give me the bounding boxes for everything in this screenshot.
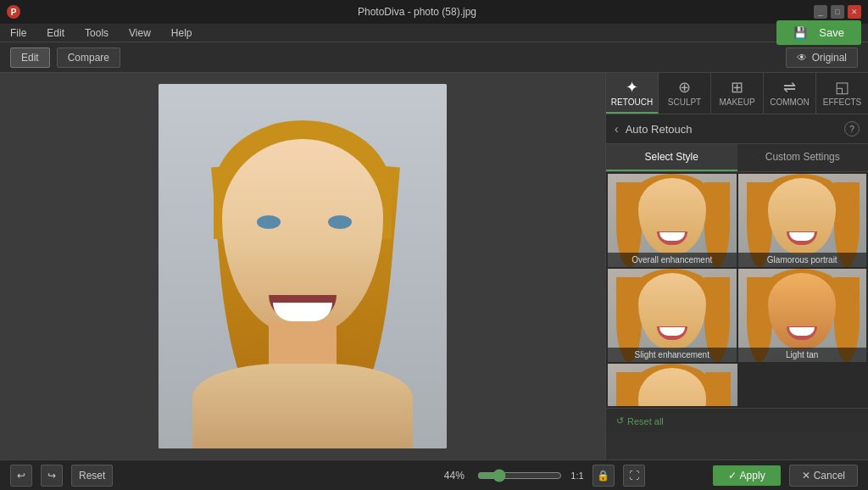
window-controls: _ □ ✕ xyxy=(814,5,861,19)
list-item[interactable]: Light tan xyxy=(738,269,867,362)
reset-all-row: ↺ Reset all xyxy=(606,408,868,433)
undo-button[interactable]: ↩ xyxy=(10,465,32,487)
list-item[interactable] xyxy=(608,364,866,406)
select-style-tab[interactable]: Select Style xyxy=(606,144,737,171)
menubar: File Edit Tools View Help 💾 Save xyxy=(0,24,868,42)
reset-all-button[interactable]: ↺ Reset all xyxy=(616,415,858,426)
reset-all-icon: ↺ xyxy=(616,415,624,426)
sculpt-icon: ⊕ xyxy=(678,80,691,95)
save-label: Save xyxy=(815,25,848,41)
style-tabs: Select Style Custom Settings xyxy=(606,144,868,172)
list-item[interactable]: Glamorous portrait xyxy=(738,174,867,267)
canvas-area xyxy=(0,73,605,459)
tab-common-label: COMMON xyxy=(770,97,810,107)
style-label-4: Light tan xyxy=(738,348,867,362)
cancel-button[interactable]: ✕ Cancel xyxy=(789,465,858,487)
zoom-ratio: 1:1 xyxy=(570,471,583,481)
panel-content[interactable]: Overall enhancement Glamorous portrait xyxy=(606,172,868,459)
tab-makeup[interactable]: ⊞ MAKEUP xyxy=(711,73,764,114)
check-icon: ✓ xyxy=(728,470,737,482)
menu-view[interactable]: View xyxy=(125,25,154,41)
apply-button[interactable]: ✓ Apply xyxy=(713,465,781,486)
minimize-button[interactable]: _ xyxy=(814,5,827,19)
style-thumb-5 xyxy=(608,364,737,406)
style-label-1: Overall enhancement xyxy=(608,253,737,267)
common-icon: ⇌ xyxy=(783,80,796,95)
cancel-label: Cancel xyxy=(814,470,845,482)
menu-file[interactable]: File xyxy=(7,25,30,41)
eye-icon: 👁 xyxy=(797,52,807,64)
menu-help[interactable]: Help xyxy=(168,25,196,41)
help-button[interactable]: ? xyxy=(844,121,860,136)
expand-button[interactable]: ⛶ xyxy=(623,465,645,487)
right-panel: ✦ RETOUCH ⊕ SCULPT ⊞ MAKEUP ⇌ COMMON ◱ E… xyxy=(605,73,868,459)
edit-button[interactable]: Edit xyxy=(10,47,50,68)
menu-tools[interactable]: Tools xyxy=(81,25,112,41)
tab-sculpt[interactable]: ⊕ SCULPT xyxy=(659,73,711,114)
list-item[interactable]: Slight enhancement xyxy=(608,269,737,362)
back-button[interactable]: ‹ xyxy=(615,122,619,136)
toolbar: Edit Compare 👁 Original xyxy=(0,42,868,73)
retouch-icon: ✦ xyxy=(626,80,638,95)
titlebar: P PhotoDiva - photo (58).jpg _ □ ✕ xyxy=(0,0,868,24)
panel-tabs: ✦ RETOUCH ⊕ SCULPT ⊞ MAKEUP ⇌ COMMON ◱ E… xyxy=(606,73,868,114)
tab-retouch[interactable]: ✦ RETOUCH xyxy=(606,73,659,114)
reset-button[interactable]: Reset xyxy=(71,465,113,487)
zoom-percentage: 44% xyxy=(439,470,469,482)
tab-effects[interactable]: ◱ EFFECTS xyxy=(816,73,868,114)
original-button[interactable]: 👁 Original xyxy=(786,47,858,68)
lock-button[interactable]: 🔒 xyxy=(593,465,615,487)
close-button[interactable]: ✕ xyxy=(848,5,861,19)
save-icon: 💾 xyxy=(790,25,810,41)
custom-settings-tab[interactable]: Custom Settings xyxy=(737,144,869,171)
bottombar: ↩ ↪ Reset 44% 1:1 🔒 ⛶ ✓ Apply ✕ Cancel xyxy=(0,459,868,490)
redo-button[interactable]: ↪ xyxy=(41,465,63,487)
tab-effects-label: EFFECTS xyxy=(823,97,862,107)
apply-label: Apply xyxy=(740,470,765,482)
compare-button[interactable]: Compare xyxy=(57,47,120,68)
tab-retouch-label: RETOUCH xyxy=(611,97,653,107)
reset-label: Reset xyxy=(79,470,105,482)
main-area: ✦ RETOUCH ⊕ SCULPT ⊞ MAKEUP ⇌ COMMON ◱ E… xyxy=(0,73,868,459)
tab-common[interactable]: ⇌ COMMON xyxy=(764,73,816,114)
effects-icon: ◱ xyxy=(835,80,849,95)
menu-edit[interactable]: Edit xyxy=(43,25,68,41)
app-logo: P xyxy=(7,5,20,19)
style-grid: Overall enhancement Glamorous portrait xyxy=(606,172,868,408)
save-button[interactable]: 💾 Save xyxy=(776,20,861,45)
window-title: PhotoDiva - photo (58).jpg xyxy=(20,6,814,18)
x-icon: ✕ xyxy=(802,470,810,482)
tab-makeup-label: MAKEUP xyxy=(719,97,754,107)
style-label-3: Slight enhancement xyxy=(608,348,737,362)
zoom-slider[interactable] xyxy=(477,469,562,482)
maximize-button[interactable]: □ xyxy=(831,5,844,19)
list-item[interactable]: Overall enhancement xyxy=(608,174,737,267)
tab-sculpt-label: SCULPT xyxy=(668,97,701,107)
reset-all-label: Reset all xyxy=(627,416,664,426)
auto-retouch-header: ‹ Auto Retouch ? xyxy=(606,114,868,144)
makeup-icon: ⊞ xyxy=(731,80,743,95)
original-label: Original xyxy=(812,52,847,64)
auto-retouch-title: Auto Retouch xyxy=(626,123,693,136)
photo-canvas xyxy=(159,84,447,448)
style-label-2: Glamorous portrait xyxy=(738,253,867,267)
